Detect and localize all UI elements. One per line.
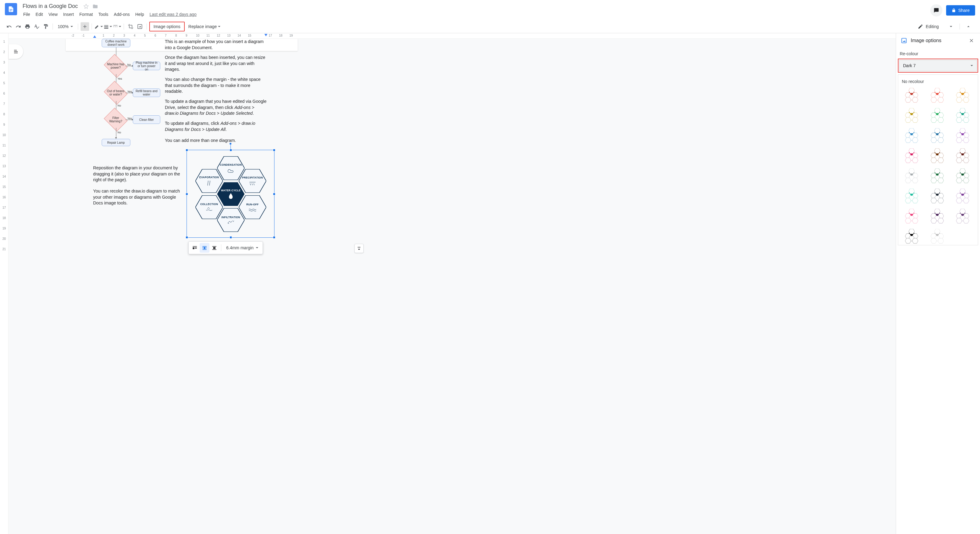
recolour-swatch[interactable] xyxy=(927,208,948,225)
right-indent-icon[interactable] xyxy=(264,34,267,36)
recolour-swatch[interactable] xyxy=(927,127,948,144)
recolour-swatch[interactable] xyxy=(952,87,973,104)
paragraph: To update a diagram that you have edited… xyxy=(165,99,269,116)
move-icon[interactable] xyxy=(92,4,98,9)
border-weight-button[interactable] xyxy=(103,22,112,31)
ruler-tick: 7 xyxy=(0,102,8,106)
selected-image[interactable]: WATER CYCLE CONDENSATION PRECIPITATION xyxy=(186,150,274,238)
rotate-handle[interactable] xyxy=(229,143,232,145)
flowchart-decision: Out of beans or water? xyxy=(104,81,127,105)
recolour-swatch[interactable] xyxy=(901,148,922,164)
recolour-swatch[interactable] xyxy=(927,228,948,245)
hex-label: EVAPORATION xyxy=(199,176,219,179)
recolour-swatch[interactable] xyxy=(901,107,922,124)
ruler-tick: 9 xyxy=(186,34,188,37)
zoom-select[interactable]: 100% xyxy=(55,23,75,30)
docs-logo[interactable] xyxy=(5,3,17,15)
recolour-swatch[interactable] xyxy=(927,107,948,124)
print-button[interactable] xyxy=(23,22,32,31)
recolour-swatch[interactable] xyxy=(952,208,973,225)
svg-rect-2 xyxy=(10,11,11,11)
ruler-tick: 5 xyxy=(144,34,146,37)
menu-file[interactable]: File xyxy=(21,11,33,18)
ruler-tick: 1 xyxy=(103,34,104,37)
collapse-toolbar-button[interactable] xyxy=(964,22,973,31)
menu-tools[interactable]: Tools xyxy=(96,11,111,18)
share-button[interactable]: Share xyxy=(946,5,975,16)
menu-view[interactable]: View xyxy=(46,11,60,18)
recolour-swatch[interactable] xyxy=(901,87,922,104)
mask-image-button[interactable] xyxy=(135,22,144,31)
text-wrap-toolbar: 6.4mm margin xyxy=(188,242,263,254)
flowchart-end: Repair Lamp xyxy=(102,139,130,146)
redo-button[interactable] xyxy=(14,22,22,31)
document-canvas[interactable]: 1 2 3 4 5 6 7 8 9 10 11 12 13 14 15 16 1… xyxy=(0,33,896,534)
chevron-down-icon xyxy=(970,65,973,66)
paragraph: To update all diagrams, click Add-ons > … xyxy=(165,121,266,132)
add-button[interactable] xyxy=(81,22,89,31)
menu-help[interactable]: Help xyxy=(133,11,146,18)
ruler-tick: 13 xyxy=(227,34,231,37)
doc-title[interactable]: Flows in a Google Doc xyxy=(21,2,80,10)
recolour-swatch[interactable] xyxy=(901,127,922,144)
spellcheck-button[interactable] xyxy=(32,22,41,31)
ruler-tick: 12 xyxy=(0,154,8,157)
top-ruler: -2 -1 1 2 3 4 5 6 7 8 9 10 11 12 13 14 1… xyxy=(8,33,896,39)
menu-insert[interactable]: Insert xyxy=(61,11,76,18)
recolour-swatch[interactable] xyxy=(901,188,922,205)
recolour-swatch[interactable] xyxy=(952,107,973,124)
flowchart-label: Yes xyxy=(118,77,122,80)
ruler-tick: 19 xyxy=(290,34,293,37)
crop-button[interactable] xyxy=(126,22,135,31)
comments-button[interactable] xyxy=(930,4,942,16)
chevron-down-icon xyxy=(70,26,73,27)
position-lock-button[interactable] xyxy=(355,244,364,253)
paragraph: You can add more than one diagram. xyxy=(165,138,266,144)
wrap-inline-button[interactable] xyxy=(190,243,200,253)
ruler-tick: 6 xyxy=(0,92,8,95)
star-icon[interactable] xyxy=(83,4,89,9)
undo-button[interactable] xyxy=(5,22,13,31)
outline-toggle-button[interactable] xyxy=(8,44,23,59)
margin-button[interactable]: 6.4mm margin xyxy=(223,243,261,252)
editing-mode-button[interactable]: Editing xyxy=(915,22,955,31)
wrap-text-button[interactable] xyxy=(200,243,210,253)
flowchart-decision: Machine has power? xyxy=(104,54,127,78)
svg-rect-27 xyxy=(204,247,205,249)
recolour-swatch[interactable] xyxy=(901,167,922,184)
replace-image-button[interactable]: Replace image xyxy=(185,22,223,31)
border-color-button[interactable] xyxy=(94,22,103,31)
last-edit-link[interactable]: Last edit was 2 days ago xyxy=(147,11,199,18)
recolour-swatch[interactable] xyxy=(927,148,948,164)
menu-addons[interactable]: Add-ons xyxy=(111,11,132,18)
recolour-swatch[interactable] xyxy=(952,127,973,144)
ruler-tick: 4 xyxy=(134,34,135,37)
image-options-button[interactable]: Image options xyxy=(150,22,184,31)
wrap-break-button[interactable] xyxy=(210,243,219,253)
menu-edit[interactable]: Edit xyxy=(33,11,46,18)
ruler-tick: 10 xyxy=(196,34,199,37)
recolour-swatch[interactable] xyxy=(927,87,948,104)
ruler-tick: 18 xyxy=(0,216,8,220)
flowchart-start: Coffee machine doesn't work xyxy=(102,39,130,47)
svg-rect-31 xyxy=(206,248,207,249)
recolour-swatch[interactable] xyxy=(952,148,973,164)
recolour-swatch[interactable] xyxy=(927,167,948,184)
ruler-tick: 20 xyxy=(0,237,8,240)
recolour-swatch[interactable] xyxy=(927,188,948,205)
ruler-tick: 18 xyxy=(279,34,282,37)
indent-marker-icon[interactable] xyxy=(93,35,96,38)
editing-mode-label: Editing xyxy=(926,24,939,29)
menu-format[interactable]: Format xyxy=(77,11,95,18)
recolour-swatch[interactable] xyxy=(952,188,973,205)
recolour-swatch[interactable] xyxy=(952,167,973,184)
recolour-swatch[interactable] xyxy=(901,208,922,225)
recolour-dropdown[interactable]: Dark 7 xyxy=(899,60,977,72)
no-recolour-option[interactable]: No recolour xyxy=(901,78,975,87)
close-panel-button[interactable] xyxy=(968,37,975,44)
recolour-swatch[interactable] xyxy=(901,228,922,245)
ruler-tick: 15 xyxy=(0,185,8,189)
border-dash-button[interactable] xyxy=(113,22,121,31)
svg-rect-10 xyxy=(138,24,142,29)
paint-format-button[interactable] xyxy=(41,22,50,31)
